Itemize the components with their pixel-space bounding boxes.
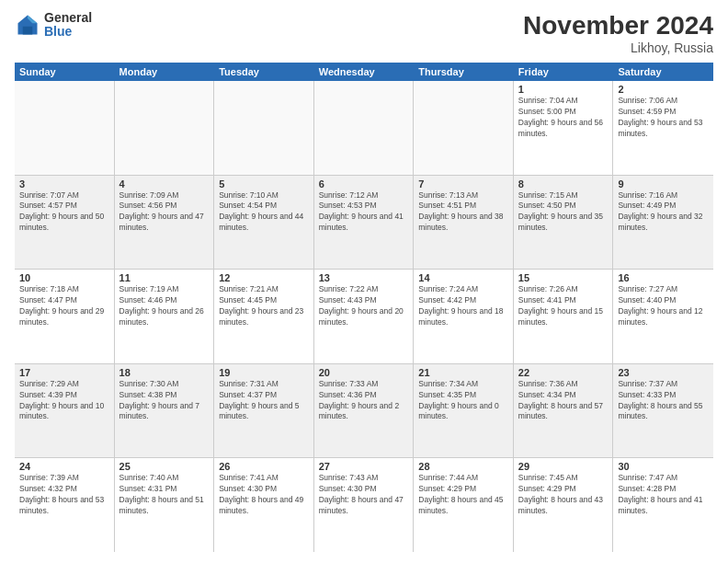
cell-w0-d2 [214, 81, 314, 175]
cell-w2-d6: 16Sunrise: 7:27 AM Sunset: 4:40 PM Dayli… [613, 270, 713, 363]
cell-w4-d2: 26Sunrise: 7:41 AM Sunset: 4:30 PM Dayli… [214, 458, 314, 552]
cell-w1-d3: 6Sunrise: 7:12 AM Sunset: 4:53 PM Daylig… [314, 176, 415, 270]
logo-text: General Blue [44, 11, 92, 40]
calendar: Sunday Monday Tuesday Wednesday Thursday… [15, 63, 713, 552]
cell-w3-d4: 21Sunrise: 7:34 AM Sunset: 4:35 PM Dayli… [414, 364, 514, 458]
day-info: Sunrise: 7:27 AM Sunset: 4:40 PM Dayligh… [618, 284, 702, 327]
day-info: Sunrise: 7:41 AM Sunset: 4:30 PM Dayligh… [219, 473, 303, 515]
day-info: Sunrise: 7:12 AM Sunset: 4:53 PM Dayligh… [319, 190, 404, 233]
day-number: 17 [19, 367, 109, 378]
cell-w4-d5: 29Sunrise: 7:45 AM Sunset: 4:29 PM Dayli… [514, 458, 614, 552]
day-number: 23 [618, 367, 709, 378]
day-info: Sunrise: 7:30 AM Sunset: 4:38 PM Dayligh… [119, 379, 199, 421]
day-info: Sunrise: 7:36 AM Sunset: 4:34 PM Dayligh… [518, 379, 603, 421]
day-info: Sunrise: 7:26 AM Sunset: 4:41 PM Dayligh… [518, 284, 603, 327]
week-row-1: 3Sunrise: 7:07 AM Sunset: 4:57 PM Daylig… [15, 176, 713, 270]
cell-w2-d2: 12Sunrise: 7:21 AM Sunset: 4:45 PM Dayli… [214, 270, 314, 363]
day-info: Sunrise: 7:22 AM Sunset: 4:43 PM Dayligh… [319, 284, 404, 327]
day-number: 30 [618, 461, 709, 472]
header-tuesday: Tuesday [214, 63, 314, 81]
day-info: Sunrise: 7:40 AM Sunset: 4:31 PM Dayligh… [119, 473, 204, 515]
week-row-3: 17Sunrise: 7:29 AM Sunset: 4:39 PM Dayli… [15, 364, 713, 459]
day-number: 16 [618, 272, 709, 283]
day-info: Sunrise: 7:04 AM Sunset: 5:00 PM Dayligh… [518, 96, 603, 138]
day-number: 14 [418, 272, 508, 283]
day-info: Sunrise: 7:37 AM Sunset: 4:33 PM Dayligh… [618, 379, 702, 421]
logo-blue-text: Blue [44, 25, 92, 39]
svg-rect-2 [23, 27, 33, 35]
day-info: Sunrise: 7:19 AM Sunset: 4:46 PM Dayligh… [119, 284, 204, 327]
day-number: 10 [19, 272, 109, 283]
cell-w0-d4 [414, 81, 514, 175]
day-number: 18 [119, 367, 210, 378]
cell-w3-d2: 19Sunrise: 7:31 AM Sunset: 4:37 PM Dayli… [214, 364, 314, 458]
day-info: Sunrise: 7:43 AM Sunset: 4:30 PM Dayligh… [319, 473, 404, 515]
day-number: 5 [219, 178, 309, 190]
cell-w4-d6: 30Sunrise: 7:47 AM Sunset: 4:28 PM Dayli… [613, 458, 713, 552]
day-info: Sunrise: 7:29 AM Sunset: 4:39 PM Dayligh… [19, 379, 104, 421]
day-number: 8 [518, 178, 609, 190]
logo: General Blue [15, 11, 92, 40]
day-number: 15 [518, 272, 609, 283]
day-info: Sunrise: 7:47 AM Sunset: 4:28 PM Dayligh… [618, 473, 702, 515]
cell-w4-d4: 28Sunrise: 7:44 AM Sunset: 4:29 PM Dayli… [414, 458, 514, 552]
day-number: 4 [119, 178, 210, 190]
cell-w1-d1: 4Sunrise: 7:09 AM Sunset: 4:56 PM Daylig… [115, 176, 215, 270]
day-number: 25 [119, 461, 210, 472]
day-number: 6 [319, 178, 409, 190]
cell-w1-d4: 7Sunrise: 7:13 AM Sunset: 4:51 PM Daylig… [414, 176, 514, 270]
week-row-2: 10Sunrise: 7:18 AM Sunset: 4:47 PM Dayli… [15, 270, 713, 364]
day-number: 26 [219, 461, 309, 472]
cell-w3-d6: 23Sunrise: 7:37 AM Sunset: 4:33 PM Dayli… [613, 364, 713, 458]
day-info: Sunrise: 7:10 AM Sunset: 4:54 PM Dayligh… [219, 190, 303, 233]
day-number: 3 [19, 178, 109, 190]
cell-w3-d1: 18Sunrise: 7:30 AM Sunset: 4:38 PM Dayli… [115, 364, 215, 458]
day-info: Sunrise: 7:16 AM Sunset: 4:49 PM Dayligh… [618, 190, 702, 233]
day-number: 20 [319, 367, 409, 378]
day-info: Sunrise: 7:09 AM Sunset: 4:56 PM Dayligh… [119, 190, 204, 233]
header: General Blue November 2024 Likhoy, Russi… [15, 11, 713, 55]
day-info: Sunrise: 7:21 AM Sunset: 4:45 PM Dayligh… [219, 284, 303, 327]
cell-w3-d5: 22Sunrise: 7:36 AM Sunset: 4:34 PM Dayli… [514, 364, 614, 458]
page: General Blue November 2024 Likhoy, Russi… [0, 0, 728, 563]
cell-w2-d5: 15Sunrise: 7:26 AM Sunset: 4:41 PM Dayli… [514, 270, 614, 363]
day-number: 12 [219, 272, 309, 283]
day-number: 21 [418, 367, 508, 378]
cell-w1-d5: 8Sunrise: 7:15 AM Sunset: 4:50 PM Daylig… [514, 176, 614, 270]
day-number: 13 [319, 272, 409, 283]
cell-w2-d4: 14Sunrise: 7:24 AM Sunset: 4:42 PM Dayli… [414, 270, 514, 363]
cell-w0-d5: 1Sunrise: 7:04 AM Sunset: 5:00 PM Daylig… [514, 81, 614, 175]
day-number: 7 [418, 178, 508, 190]
header-saturday: Saturday [613, 63, 713, 81]
week-row-4: 24Sunrise: 7:39 AM Sunset: 4:32 PM Dayli… [15, 458, 713, 552]
day-info: Sunrise: 7:18 AM Sunset: 4:47 PM Dayligh… [19, 284, 104, 327]
cell-w3-d3: 20Sunrise: 7:33 AM Sunset: 4:36 PM Dayli… [314, 364, 415, 458]
header-friday: Friday [514, 63, 614, 81]
cell-w0-d3 [314, 81, 415, 175]
cell-w4-d1: 25Sunrise: 7:40 AM Sunset: 4:31 PM Dayli… [115, 458, 215, 552]
day-number: 2 [618, 84, 709, 95]
day-number: 11 [119, 272, 210, 283]
calendar-body: 1Sunrise: 7:04 AM Sunset: 5:00 PM Daylig… [15, 81, 713, 552]
day-info: Sunrise: 7:45 AM Sunset: 4:29 PM Dayligh… [518, 473, 603, 515]
header-wednesday: Wednesday [314, 63, 415, 81]
header-sunday: Sunday [15, 63, 115, 81]
day-info: Sunrise: 7:31 AM Sunset: 4:37 PM Dayligh… [219, 379, 299, 421]
cell-w2-d3: 13Sunrise: 7:22 AM Sunset: 4:43 PM Dayli… [314, 270, 415, 363]
cell-w4-d3: 27Sunrise: 7:43 AM Sunset: 4:30 PM Dayli… [314, 458, 415, 552]
cell-w2-d0: 10Sunrise: 7:18 AM Sunset: 4:47 PM Dayli… [15, 270, 115, 363]
week-row-0: 1Sunrise: 7:04 AM Sunset: 5:00 PM Daylig… [15, 81, 713, 176]
day-info: Sunrise: 7:33 AM Sunset: 4:36 PM Dayligh… [319, 379, 399, 421]
header-thursday: Thursday [414, 63, 514, 81]
cell-w0-d1 [115, 81, 215, 175]
cell-w3-d0: 17Sunrise: 7:29 AM Sunset: 4:39 PM Dayli… [15, 364, 115, 458]
cell-w2-d1: 11Sunrise: 7:19 AM Sunset: 4:46 PM Dayli… [115, 270, 215, 363]
logo-general-text: General [44, 11, 92, 25]
day-info: Sunrise: 7:13 AM Sunset: 4:51 PM Dayligh… [418, 190, 503, 233]
main-title: November 2024 [523, 11, 713, 40]
day-number: 22 [518, 367, 609, 378]
day-number: 27 [319, 461, 409, 472]
cell-w4-d0: 24Sunrise: 7:39 AM Sunset: 4:32 PM Dayli… [15, 458, 115, 552]
day-info: Sunrise: 7:39 AM Sunset: 4:32 PM Dayligh… [19, 473, 104, 515]
day-number: 9 [618, 178, 709, 190]
